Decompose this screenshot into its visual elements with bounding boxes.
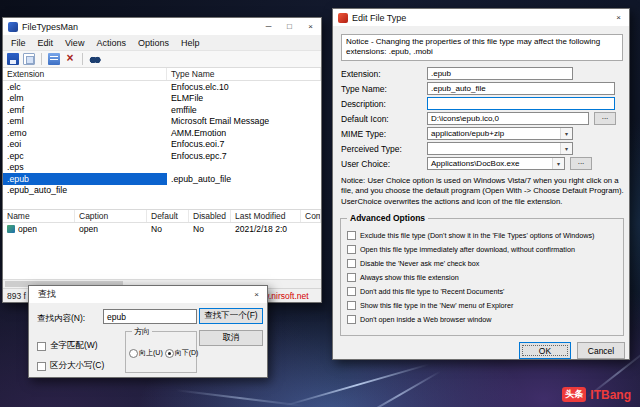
field-defaulticon[interactable]: D:\icons\epub.ico,0 — [427, 112, 589, 125]
dropdown-arrow-icon[interactable]: ▾ — [552, 158, 564, 169]
column-header-last-modified[interactable]: Last Modified — [231, 210, 301, 222]
find-titlebar[interactable]: 查找 × — [29, 286, 267, 303]
extension-row[interactable]: .epcEnfocus.epc.7 — [3, 150, 321, 162]
advanced-option-checkbox[interactable]: Open this file type immediately after do… — [347, 245, 575, 254]
extension-row[interactable]: .epub_auto_file — [3, 185, 321, 197]
column-header-disabled[interactable]: Disabled — [189, 210, 231, 222]
extension-row[interactable]: .elcEnfocus.elc.10 — [3, 81, 321, 93]
browse-button-defaulticon[interactable]: ... — [594, 112, 616, 125]
direction-up-radio[interactable]: 向上(U) — [129, 348, 163, 358]
type-name-cell: Microsoft Email Message — [167, 116, 321, 128]
find-input[interactable]: epub — [103, 309, 197, 324]
column-header-caption[interactable]: Caption — [75, 210, 147, 222]
action-row[interactable]: openopenNoNo2021/2/18 2:0 — [3, 223, 321, 235]
column-header-comm[interactable]: Comm — [301, 210, 321, 222]
dropdown-arrow-icon[interactable]: ▾ — [560, 128, 572, 139]
menu-help[interactable]: Help — [175, 38, 206, 48]
advanced-option-checkbox[interactable]: Exclude this file type (Don't show it in… — [347, 231, 595, 240]
menu-view[interactable]: View — [59, 38, 90, 48]
extension-cell: .elc — [3, 81, 167, 93]
delete-icon[interactable] — [64, 53, 76, 65]
field-row-defaulticon: Default Icon:D:\icons\epub.ico,0... — [341, 112, 616, 125]
checkbox-box — [347, 259, 356, 268]
wallpaper-art-streak — [285, 363, 430, 406]
find-close-button[interactable]: × — [246, 286, 267, 303]
minimize-button[interactable]: ─ — [258, 18, 279, 35]
advanced-options-group: Advanced Options Exclude this file type … — [340, 218, 624, 336]
match-case-checkbox[interactable]: 区分大小写(C) — [37, 360, 104, 372]
advanced-option-checkbox[interactable]: Show this file type in the 'New' menu of… — [347, 301, 513, 310]
extension-row[interactable]: .eps — [3, 162, 321, 174]
copy-icon[interactable] — [23, 53, 35, 65]
field-label-extension: Extension: — [341, 69, 427, 79]
field-userchoice[interactable]: Applications\DocBox.exe▾ — [427, 157, 565, 170]
column-header-name[interactable]: Name — [3, 210, 75, 222]
checkbox-label: Show this file type in the 'New' menu of… — [360, 301, 513, 310]
maximize-button[interactable]: □ — [279, 18, 300, 35]
edit-titlebar[interactable]: Edit File Type × — [333, 9, 629, 26]
extension-row[interactable]: .epub.epub_auto_file — [3, 173, 321, 185]
extension-row[interactable]: .emlMicrosoft Email Message — [3, 116, 321, 128]
field-mimetype[interactable]: application/epub+zip▾ — [427, 127, 573, 140]
save-icon[interactable] — [7, 53, 19, 65]
field-row-typename: Type Name:.epub_auto_file — [341, 82, 615, 95]
notice-box: Notice - Changing the properties of this… — [341, 34, 623, 61]
menu-file[interactable]: File — [5, 38, 32, 48]
checkbox-label: 区分大小写(C) — [50, 360, 104, 372]
field-typename[interactable]: .epub_auto_file — [427, 82, 615, 95]
advanced-option-checkbox[interactable]: Always show this file extension — [347, 273, 459, 282]
checkbox-label: Always show this file extension — [360, 273, 459, 282]
main-titlebar[interactable]: FileTypesMan ─ □ × — [3, 18, 321, 35]
column-header-type-name[interactable]: Type Name — [167, 68, 321, 80]
cancel-button[interactable]: Cancel — [577, 342, 625, 359]
find-icon[interactable] — [89, 53, 101, 65]
advanced-option-checkbox[interactable]: Disable the 'Never ask me' check box — [347, 259, 479, 268]
type-name-cell: emffile — [167, 104, 321, 116]
field-perceivedtype[interactable]: ▾ — [427, 142, 573, 155]
type-name-cell: .epub_auto_file — [167, 173, 321, 185]
checkbox-label: 全字匹配(W) — [50, 340, 98, 352]
find-dialog-body: 查找内容(N): epub 查找下一个(F) 取消 全字匹配(W) 区分大小写(… — [29, 303, 267, 378]
filetypesman-app-icon — [8, 22, 18, 32]
find-next-button[interactable]: 查找下一个(F) — [199, 308, 263, 324]
field-label-typename: Type Name: — [341, 84, 427, 94]
advanced-option-checkbox[interactable]: Don't add this file type to 'Recent Docu… — [347, 287, 504, 296]
match-whole-word-checkbox[interactable]: 全字匹配(W) — [37, 340, 98, 352]
properties-icon[interactable] — [48, 53, 60, 65]
dropdown-arrow-icon[interactable]: ▾ — [560, 143, 572, 154]
edit-close-button[interactable]: × — [608, 9, 629, 26]
find-cancel-button[interactable]: 取消 — [199, 330, 263, 346]
column-header-default[interactable]: Default — [147, 210, 189, 222]
type-name-cell: AMM.Emotion — [167, 127, 321, 139]
extension-row[interactable]: .emfemffile — [3, 104, 321, 116]
find-what-label: 查找内容(N): — [37, 313, 85, 325]
extension-row[interactable]: .emoAMM.Emotion — [3, 127, 321, 139]
menu-options[interactable]: Options — [132, 38, 175, 48]
advanced-option-checkbox[interactable]: Don't open inside a Web browser window — [347, 315, 491, 324]
field-label-description: Description: — [341, 99, 427, 109]
type-name-cell: ELMFile — [167, 93, 321, 105]
field-description[interactable] — [427, 97, 615, 110]
main-toolbar — [3, 50, 321, 68]
browse-button-userchoice[interactable]: ... — [570, 157, 592, 170]
extension-row[interactable]: .eoiEnfocus.eoi.7 — [3, 139, 321, 151]
column-header-extension[interactable]: Extension — [3, 68, 167, 80]
checkbox-label: Don't add this file type to 'Recent Docu… — [360, 287, 504, 296]
edit-dialog-body: Notice - Changing the properties of this… — [333, 26, 629, 361]
action-name: open — [18, 224, 37, 234]
field-label-defaulticon: Default Icon: — [341, 114, 427, 124]
field-label-perceivedtype: Perceived Type: — [341, 144, 427, 154]
edit-file-type-dialog: Edit File Type × Notice - Changing the p… — [332, 8, 630, 360]
close-button[interactable]: × — [300, 18, 321, 35]
field-extension[interactable]: .epub — [427, 67, 573, 80]
direction-down-radio[interactable]: 向下(D) — [165, 348, 199, 358]
menu-actions[interactable]: Actions — [90, 38, 132, 48]
extension-row[interactable]: .elmELMFile — [3, 93, 321, 105]
menu-edit[interactable]: Edit — [32, 38, 60, 48]
field-row-mimetype: MIME Type:application/epub+zip▾ — [341, 127, 573, 140]
checkbox-box — [347, 315, 356, 324]
edit-dialog-icon — [338, 13, 348, 23]
extension-cell: .eml — [3, 116, 167, 128]
ok-button[interactable]: OK — [519, 342, 571, 359]
field-row-userchoice: User Choice:Applications\DocBox.exe▾... — [341, 157, 592, 170]
